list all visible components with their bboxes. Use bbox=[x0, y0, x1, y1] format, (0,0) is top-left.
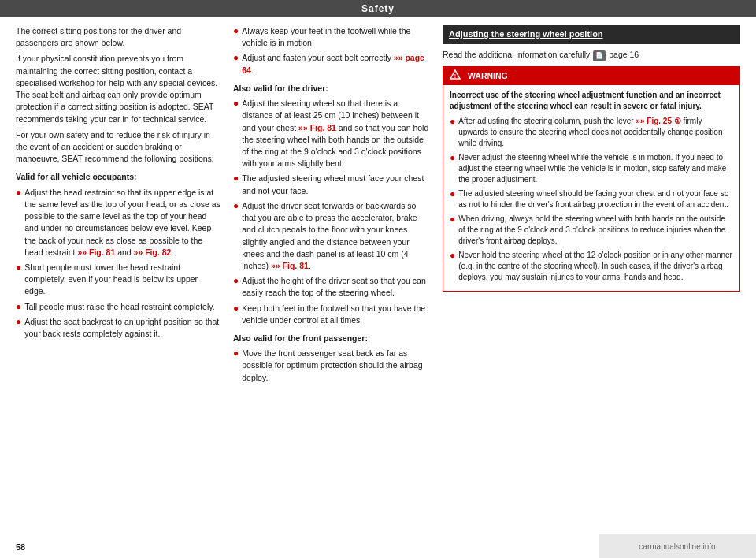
bullet-icon: ● bbox=[233, 275, 239, 299]
bullet-icon: ● bbox=[450, 214, 455, 247]
right-section-title: Adjusting the steering wheel position bbox=[443, 25, 740, 44]
list-item: ● When driving, always hold the steering… bbox=[450, 214, 733, 247]
list-item: ● Adjust the seat backrest to an upright… bbox=[16, 316, 220, 340]
list-item: ● After adjusting the steering column, p… bbox=[450, 116, 733, 149]
bullet-icon: ● bbox=[233, 173, 239, 196]
bullet-text: When driving, always hold the steering w… bbox=[458, 214, 733, 247]
bullet-text: Adjust the seat backrest to an upright p… bbox=[24, 316, 220, 340]
warning-body: Incorrect use of the steering wheel adju… bbox=[443, 85, 739, 291]
fig81-ref: »» Fig. 81 bbox=[77, 247, 115, 257]
bullet-icon: ● bbox=[450, 116, 455, 149]
info-line-text: Read the additional information carefull… bbox=[443, 50, 590, 59]
bullet-text: Adjust and fasten your seat belt correct… bbox=[242, 52, 430, 76]
warning-label: WARNING bbox=[468, 70, 508, 82]
list-item: ● The adjusted steering wheel should be … bbox=[450, 188, 733, 210]
bullet-icon: ● bbox=[450, 152, 455, 185]
list-item: ● Adjust the driver seat forwards or bac… bbox=[233, 200, 430, 272]
bullet-text: Adjust the height of the driver seat so … bbox=[242, 275, 430, 299]
right-column: Adjusting the steering wheel position Re… bbox=[443, 25, 740, 550]
svg-text:!: ! bbox=[454, 73, 456, 79]
valid-all-title: Valid for all vehicle occupants: bbox=[16, 171, 220, 183]
list-item: ● Always keep your feet in the footwell … bbox=[233, 25, 430, 49]
also-driver-title: Also valid for the driver: bbox=[233, 83, 430, 95]
fig25-ref: »» Fig. 25 ① bbox=[636, 117, 680, 125]
warning-box: ! WARNING Incorrect use of the steering … bbox=[443, 66, 740, 292]
bullet-text: The adjusted steering wheel must face yo… bbox=[242, 173, 430, 196]
left-column: The correct sitting positions for the dr… bbox=[16, 25, 220, 550]
page-number: 58 bbox=[16, 542, 25, 552]
bullet-text: Adjust the driver seat forwards or backw… bbox=[242, 200, 430, 272]
list-item: ● Adjust and fasten your seat belt corre… bbox=[233, 52, 430, 76]
page-header: Safety bbox=[0, 0, 756, 17]
bullet-icon: ● bbox=[233, 348, 239, 384]
bullet-icon: ● bbox=[16, 316, 21, 340]
bullet-text: Short people must lower the head restrai… bbox=[24, 262, 220, 298]
bullet-icon: ● bbox=[450, 188, 455, 210]
fig81-mid-ref: »» Fig. 81 bbox=[298, 123, 336, 132]
bullet-icon: ● bbox=[233, 25, 239, 49]
header-title: Safety bbox=[361, 3, 395, 14]
page-ref-64: »» page 64 bbox=[242, 53, 424, 74]
also-front-title: Also valid for the front passenger: bbox=[233, 333, 430, 344]
list-item: ● Adjust the head restraint so that its … bbox=[16, 187, 220, 259]
bullet-text: Keep both feet in the footwell so that y… bbox=[242, 303, 430, 326]
list-item: ● Adjust the steering wheel so that ther… bbox=[233, 98, 430, 169]
warning-title-bar: ! WARNING bbox=[443, 67, 739, 85]
bullet-icon: ● bbox=[233, 52, 239, 76]
bullet-icon: ● bbox=[233, 98, 239, 169]
fig82-ref: »» Fig. 82 bbox=[134, 247, 172, 257]
bullet-text: Tall people must raise the head restrain… bbox=[24, 301, 220, 314]
bullet-icon: ● bbox=[16, 301, 21, 314]
bullet-icon: ● bbox=[450, 250, 455, 283]
intro-text-1: The correct sitting positions for the dr… bbox=[16, 25, 220, 49]
middle-column: ● Always keep your feet in the footwell … bbox=[233, 25, 430, 550]
bullet-text: Adjust the head restraint so that its up… bbox=[24, 187, 220, 259]
warning-intro: Incorrect use of the steering wheel adju… bbox=[450, 90, 733, 112]
page-wrapper: Safety The correct sitting positions for… bbox=[0, 0, 756, 558]
list-item: ● Never hold the steering wheel at the 1… bbox=[450, 250, 733, 283]
intro-text-2: If your physical constitution prevents y… bbox=[16, 53, 220, 125]
warning-triangle-icon: ! bbox=[450, 69, 461, 83]
bullet-text: Move the front passenger seat back as fa… bbox=[242, 348, 430, 384]
list-item: ● Adjust the height of the driver seat s… bbox=[233, 275, 430, 299]
bullet-text: Adjust the steering wheel so that there … bbox=[242, 98, 430, 169]
content-area: The correct sitting positions for the dr… bbox=[0, 17, 756, 558]
bullet-text: Never hold the steering wheel at the 12 … bbox=[458, 250, 733, 283]
list-item: ● The adjusted steering wheel must face … bbox=[233, 173, 430, 196]
list-item: ● Keep both feet in the footwell so that… bbox=[233, 303, 430, 326]
watermark: carmanualsonline.info bbox=[598, 534, 756, 558]
list-item: ● Tall people must raise the head restra… bbox=[16, 301, 220, 314]
bullet-text: Always keep your feet in the footwell wh… bbox=[242, 25, 430, 49]
page-ref-label: page 16 bbox=[609, 50, 639, 59]
bullet-icon: ● bbox=[16, 262, 21, 298]
bullet-icon: ● bbox=[16, 187, 21, 259]
page-ref-icon: 📄 bbox=[593, 50, 606, 61]
intro-text-3: For your own safety and to reduce the ri… bbox=[16, 129, 220, 166]
bullet-text: After adjusting the steering column, pus… bbox=[458, 116, 733, 149]
page-container: The correct sitting positions for the dr… bbox=[0, 17, 756, 558]
fig81-ref2: »» Fig. 81 bbox=[271, 261, 309, 270]
list-item: ● Never adjust the steering wheel while … bbox=[450, 152, 733, 185]
list-item: ● Move the front passenger seat back as … bbox=[233, 348, 430, 384]
list-item: ● Short people must lower the head restr… bbox=[16, 262, 220, 298]
info-line: Read the additional information carefull… bbox=[443, 49, 740, 61]
bullet-icon: ● bbox=[233, 200, 239, 272]
bullet-icon: ● bbox=[233, 303, 239, 326]
bullet-text: The adjusted steering wheel should be fa… bbox=[458, 188, 733, 210]
bullet-text: Never adjust the steering wheel while th… bbox=[458, 152, 733, 185]
